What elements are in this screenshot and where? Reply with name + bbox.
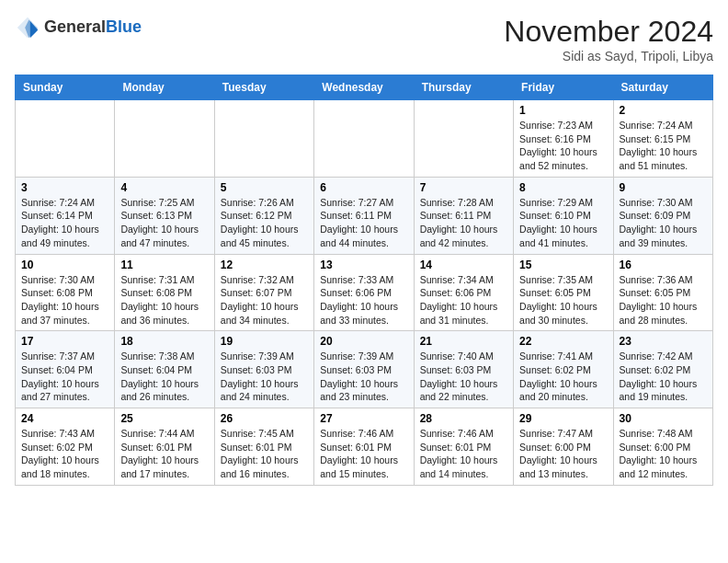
day-cell: 5Sunrise: 7:26 AMSunset: 6:12 PMDaylight… bbox=[214, 177, 313, 254]
week-row-3: 17Sunrise: 7:37 AMSunset: 6:04 PMDayligh… bbox=[16, 331, 713, 408]
day-number: 14 bbox=[420, 259, 507, 271]
day-info: Sunrise: 7:27 AMSunset: 6:11 PMDaylight:… bbox=[320, 196, 407, 250]
day-cell: 15Sunrise: 7:35 AMSunset: 6:05 PMDayligh… bbox=[514, 254, 613, 331]
day-number: 29 bbox=[519, 412, 607, 425]
day-cell: 1Sunrise: 7:23 AMSunset: 6:16 PMDaylight… bbox=[514, 100, 613, 178]
day-info: Sunrise: 7:47 AMSunset: 6:00 PMDaylight:… bbox=[519, 427, 607, 481]
day-header-sunday: Sunday bbox=[16, 75, 115, 100]
day-info: Sunrise: 7:33 AMSunset: 6:06 PMDaylight:… bbox=[320, 273, 407, 327]
calendar-header: SundayMondayTuesdayWednesdayThursdayFrid… bbox=[16, 75, 713, 100]
day-info: Sunrise: 7:42 AMSunset: 6:02 PMDaylight:… bbox=[620, 350, 707, 404]
day-info: Sunrise: 7:29 AMSunset: 6:10 PMDaylight:… bbox=[519, 196, 607, 250]
day-header-tuesday: Tuesday bbox=[214, 75, 313, 100]
day-cell: 12Sunrise: 7:32 AMSunset: 6:07 PMDayligh… bbox=[214, 254, 313, 331]
day-cell: 30Sunrise: 7:48 AMSunset: 6:00 PMDayligh… bbox=[613, 408, 712, 486]
day-info: Sunrise: 7:39 AMSunset: 6:03 PMDaylight:… bbox=[221, 350, 308, 404]
day-cell: 13Sunrise: 7:33 AMSunset: 6:06 PMDayligh… bbox=[314, 254, 414, 331]
day-info: Sunrise: 7:46 AMSunset: 6:01 PMDaylight:… bbox=[320, 427, 407, 481]
day-info: Sunrise: 7:43 AMSunset: 6:02 PMDaylight:… bbox=[21, 427, 108, 481]
day-info: Sunrise: 7:44 AMSunset: 6:01 PMDaylight:… bbox=[120, 427, 208, 481]
day-info: Sunrise: 7:30 AMSunset: 6:08 PMDaylight:… bbox=[21, 273, 108, 327]
month-title: November 2024 bbox=[504, 15, 713, 49]
day-number: 17 bbox=[21, 335, 108, 348]
title-block: November 2024 Sidi as Sayd, Tripoli, Lib… bbox=[504, 15, 713, 63]
day-info: Sunrise: 7:32 AMSunset: 6:07 PMDaylight:… bbox=[221, 273, 308, 327]
day-cell: 27Sunrise: 7:46 AMSunset: 6:01 PMDayligh… bbox=[314, 408, 414, 486]
day-cell: 25Sunrise: 7:44 AMSunset: 6:01 PMDayligh… bbox=[115, 408, 214, 486]
day-cell: 10Sunrise: 7:30 AMSunset: 6:08 PMDayligh… bbox=[16, 254, 115, 331]
day-number: 10 bbox=[21, 259, 108, 271]
week-row-2: 10Sunrise: 7:30 AMSunset: 6:08 PMDayligh… bbox=[16, 254, 713, 331]
day-number: 30 bbox=[620, 412, 707, 425]
day-number: 20 bbox=[320, 335, 407, 348]
day-number: 18 bbox=[120, 335, 208, 348]
day-header-friday: Friday bbox=[514, 75, 613, 100]
day-cell: 28Sunrise: 7:46 AMSunset: 6:01 PMDayligh… bbox=[414, 408, 513, 486]
day-cell: 29Sunrise: 7:47 AMSunset: 6:00 PMDayligh… bbox=[514, 408, 613, 486]
page-header: GeneralBlue November 2024 Sidi as Sayd, … bbox=[15, 15, 713, 63]
day-number: 13 bbox=[320, 259, 407, 271]
calendar: SundayMondayTuesdayWednesdayThursdayFrid… bbox=[15, 75, 713, 486]
day-cell: 18Sunrise: 7:38 AMSunset: 6:04 PMDayligh… bbox=[115, 331, 214, 408]
day-cell: 3Sunrise: 7:24 AMSunset: 6:14 PMDaylight… bbox=[16, 177, 115, 254]
day-info: Sunrise: 7:39 AMSunset: 6:03 PMDaylight:… bbox=[320, 350, 407, 404]
day-cell: 19Sunrise: 7:39 AMSunset: 6:03 PMDayligh… bbox=[214, 331, 313, 408]
day-number: 4 bbox=[120, 181, 208, 194]
day-number: 9 bbox=[620, 181, 707, 194]
day-info: Sunrise: 7:24 AMSunset: 6:14 PMDaylight:… bbox=[21, 196, 108, 250]
day-cell: 8Sunrise: 7:29 AMSunset: 6:10 PMDaylight… bbox=[514, 177, 613, 254]
day-number: 16 bbox=[620, 259, 707, 271]
day-cell: 16Sunrise: 7:36 AMSunset: 6:05 PMDayligh… bbox=[613, 254, 712, 331]
day-info: Sunrise: 7:25 AMSunset: 6:13 PMDaylight:… bbox=[120, 196, 208, 250]
location: Sidi as Sayd, Tripoli, Libya bbox=[504, 49, 713, 63]
logo-text: GeneralBlue bbox=[44, 18, 142, 37]
day-cell: 20Sunrise: 7:39 AMSunset: 6:03 PMDayligh… bbox=[314, 331, 414, 408]
day-number: 12 bbox=[221, 259, 308, 271]
svg-marker-2 bbox=[30, 21, 38, 38]
day-header-wednesday: Wednesday bbox=[314, 75, 414, 100]
day-number: 26 bbox=[221, 412, 308, 425]
day-cell: 22Sunrise: 7:41 AMSunset: 6:02 PMDayligh… bbox=[514, 331, 613, 408]
day-info: Sunrise: 7:34 AMSunset: 6:06 PMDaylight:… bbox=[420, 273, 507, 327]
logo: GeneralBlue bbox=[15, 15, 142, 40]
day-cell bbox=[314, 100, 414, 178]
day-number: 27 bbox=[320, 412, 407, 425]
day-cell: 6Sunrise: 7:27 AMSunset: 6:11 PMDaylight… bbox=[314, 177, 414, 254]
day-number: 2 bbox=[620, 104, 707, 117]
week-row-1: 3Sunrise: 7:24 AMSunset: 6:14 PMDaylight… bbox=[16, 177, 713, 254]
day-info: Sunrise: 7:41 AMSunset: 6:02 PMDaylight:… bbox=[519, 350, 607, 404]
day-cell: 7Sunrise: 7:28 AMSunset: 6:11 PMDaylight… bbox=[414, 177, 513, 254]
day-cell: 9Sunrise: 7:30 AMSunset: 6:09 PMDaylight… bbox=[613, 177, 712, 254]
day-number: 11 bbox=[120, 259, 208, 271]
day-info: Sunrise: 7:45 AMSunset: 6:01 PMDaylight:… bbox=[221, 427, 308, 481]
day-info: Sunrise: 7:46 AMSunset: 6:01 PMDaylight:… bbox=[420, 427, 507, 481]
day-info: Sunrise: 7:40 AMSunset: 6:03 PMDaylight:… bbox=[420, 350, 507, 404]
day-cell bbox=[115, 100, 214, 178]
day-number: 7 bbox=[420, 181, 507, 194]
day-info: Sunrise: 7:28 AMSunset: 6:11 PMDaylight:… bbox=[420, 196, 507, 250]
day-number: 8 bbox=[519, 181, 607, 194]
day-number: 23 bbox=[620, 335, 707, 348]
day-number: 5 bbox=[221, 181, 308, 194]
day-number: 3 bbox=[21, 181, 108, 194]
day-info: Sunrise: 7:23 AMSunset: 6:16 PMDaylight:… bbox=[519, 119, 607, 173]
logo-icon bbox=[15, 15, 40, 40]
logo-blue: Blue bbox=[106, 17, 142, 36]
day-number: 24 bbox=[21, 412, 108, 425]
day-cell: 26Sunrise: 7:45 AMSunset: 6:01 PMDayligh… bbox=[214, 408, 313, 486]
day-cell bbox=[414, 100, 513, 178]
calendar-body: 1Sunrise: 7:23 AMSunset: 6:16 PMDaylight… bbox=[16, 100, 713, 486]
day-cell: 21Sunrise: 7:40 AMSunset: 6:03 PMDayligh… bbox=[414, 331, 513, 408]
day-cell: 11Sunrise: 7:31 AMSunset: 6:08 PMDayligh… bbox=[115, 254, 214, 331]
logo-general: General bbox=[44, 17, 106, 36]
day-number: 28 bbox=[420, 412, 507, 425]
day-info: Sunrise: 7:35 AMSunset: 6:05 PMDaylight:… bbox=[519, 273, 607, 327]
day-info: Sunrise: 7:48 AMSunset: 6:00 PMDaylight:… bbox=[620, 427, 707, 481]
week-row-0: 1Sunrise: 7:23 AMSunset: 6:16 PMDaylight… bbox=[16, 100, 713, 178]
week-row-4: 24Sunrise: 7:43 AMSunset: 6:02 PMDayligh… bbox=[16, 408, 713, 486]
day-header-monday: Monday bbox=[115, 75, 214, 100]
day-cell: 4Sunrise: 7:25 AMSunset: 6:13 PMDaylight… bbox=[115, 177, 214, 254]
day-number: 19 bbox=[221, 335, 308, 348]
day-info: Sunrise: 7:24 AMSunset: 6:15 PMDaylight:… bbox=[620, 119, 707, 173]
day-info: Sunrise: 7:36 AMSunset: 6:05 PMDaylight:… bbox=[620, 273, 707, 327]
